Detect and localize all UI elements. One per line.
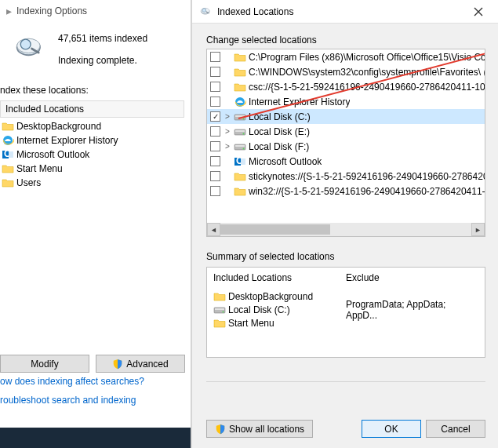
tree-row[interactable]: stickynotes://{S-1-5-21-592416196-249041… bbox=[207, 169, 485, 184]
advanced-button[interactable]: Advanced bbox=[96, 355, 185, 373]
show-all-locations-button[interactable]: Show all locations bbox=[206, 420, 313, 438]
tree-row[interactable]: csc://{S-1-5-21-592416196-2490419660-278… bbox=[207, 79, 485, 94]
tree-checkbox[interactable] bbox=[210, 52, 220, 62]
summary-exclude-header: Exclude bbox=[346, 272, 478, 283]
tree-checkbox[interactable] bbox=[210, 82, 220, 92]
list-item-label: Internet Explorer History bbox=[16, 135, 118, 146]
folder-icon bbox=[213, 317, 226, 330]
included-location-item[interactable]: Microsoft Outlook bbox=[0, 148, 184, 162]
window-title: Indexing Options bbox=[16, 5, 87, 16]
scroll-right-button[interactable]: ► bbox=[471, 223, 485, 236]
list-item-label: Start Menu bbox=[16, 163, 63, 174]
folder-icon bbox=[213, 290, 226, 303]
shield-icon bbox=[112, 359, 123, 370]
list-item-label: DesktopBackground bbox=[16, 121, 101, 132]
titlebar-a: ▸ Indexing Options bbox=[0, 0, 191, 22]
drive-icon bbox=[213, 304, 226, 316]
ok-button[interactable]: OK bbox=[362, 420, 421, 438]
tree-expander[interactable]: > bbox=[222, 127, 233, 136]
included-location-item[interactable]: Start Menu bbox=[0, 162, 184, 176]
indexing-options-window: ▸ Indexing Options 47,651 items indexed … bbox=[0, 0, 191, 448]
tree-item-label: Local Disk (E:) bbox=[249, 126, 310, 137]
tree-row[interactable]: C:\WINDOWS\system32\config\systemprofile… bbox=[207, 64, 485, 79]
folder-icon bbox=[2, 177, 14, 189]
outlook-icon bbox=[234, 155, 246, 168]
list-item-label: Microsoft Outlook bbox=[16, 149, 89, 160]
tree-checkbox[interactable] bbox=[210, 126, 220, 137]
close-button[interactable] bbox=[462, 1, 495, 23]
items-indexed-text: 47,651 items indexed bbox=[58, 33, 147, 44]
summary-included-header: Included Locations bbox=[213, 272, 346, 283]
tree-row[interactable]: >Local Disk (C:) bbox=[207, 109, 485, 124]
cancel-button[interactable]: Cancel bbox=[426, 420, 485, 438]
tree-item-label: Local Disk (F:) bbox=[249, 141, 309, 152]
index-glass-icon bbox=[200, 5, 213, 18]
tree-item-label: csc://{S-1-5-21-592416196-2490419660-278… bbox=[249, 82, 485, 93]
ie-icon bbox=[2, 134, 14, 147]
summary-label: Summary of selected locations bbox=[206, 251, 485, 262]
indexed-locations-dialog: Indexed Locations Change selected locati… bbox=[191, 0, 498, 448]
tree-item-label: C:\WINDOWS\system32\config\systemprofile… bbox=[249, 67, 485, 78]
tree-checkbox[interactable] bbox=[210, 186, 220, 196]
summary-box: Included Locations DesktopBackgroundLoca… bbox=[206, 267, 485, 358]
summary-included-item: Start Menu bbox=[213, 316, 346, 330]
tree-item-label: Local Disk (C:) bbox=[249, 111, 311, 122]
drive-icon bbox=[234, 126, 246, 138]
ie-icon bbox=[234, 96, 246, 108]
tree-row[interactable]: Microsoft Outlook bbox=[207, 154, 485, 169]
tree-row[interactable]: C:\Program Files (x86)\Microsoft Office\… bbox=[207, 49, 485, 64]
tree-checkbox[interactable] bbox=[210, 97, 220, 107]
tree-checkbox[interactable] bbox=[210, 171, 220, 181]
tree-expander[interactable]: > bbox=[222, 142, 233, 151]
horizontal-scrollbar[interactable]: ◄ ► bbox=[207, 223, 485, 236]
scroll-left-button[interactable]: ◄ bbox=[207, 223, 220, 236]
tree-checkbox[interactable] bbox=[210, 67, 220, 77]
tree-row[interactable]: >Local Disk (F:) bbox=[207, 139, 485, 154]
tree-item-label: win32://{S-1-5-21-592416196-2490419660-2… bbox=[249, 186, 485, 197]
folder-icon bbox=[234, 51, 246, 64]
folder-icon bbox=[2, 120, 14, 133]
folder-icon bbox=[2, 162, 14, 175]
tree-row[interactable]: >Local Disk (E:) bbox=[207, 124, 485, 139]
index-glass-icon bbox=[13, 30, 50, 67]
summary-included-item: DesktopBackground bbox=[213, 290, 346, 303]
index-locations-label: ndex these locations: bbox=[0, 85, 184, 96]
folder-icon bbox=[234, 170, 246, 183]
included-location-item[interactable]: Internet Explorer History bbox=[0, 133, 184, 148]
troubleshoot-link[interactable]: roubleshoot search and indexing bbox=[0, 395, 144, 406]
change-locations-label: Change selected locations bbox=[206, 35, 485, 46]
tree-expander[interactable]: > bbox=[222, 112, 233, 121]
tree-checkbox[interactable] bbox=[210, 156, 220, 166]
tree-item-label: C:\Program Files (x86)\Microsoft Office\… bbox=[249, 52, 485, 63]
scroll-thumb[interactable] bbox=[220, 224, 330, 235]
included-location-item[interactable]: DesktopBackground bbox=[0, 119, 184, 133]
tree-item-label: Microsoft Outlook bbox=[249, 156, 322, 167]
tree-checkbox[interactable] bbox=[210, 141, 220, 151]
included-column-header[interactable]: Included Locations bbox=[0, 100, 184, 118]
dialog-title: Indexed Locations bbox=[217, 6, 462, 17]
outlook-icon bbox=[2, 148, 14, 161]
summary-included-item: Local Disk (C:) bbox=[213, 303, 346, 316]
summary-exclude-text: ProgramData; AppData; AppD... bbox=[346, 303, 478, 316]
drive-icon bbox=[234, 111, 246, 123]
locations-tree[interactable]: C:\Program Files (x86)\Microsoft Office\… bbox=[206, 49, 485, 237]
folder-icon bbox=[234, 185, 246, 198]
tree-row[interactable]: win32://{S-1-5-21-592416196-2490419660-2… bbox=[207, 184, 485, 199]
tree-row[interactable]: Internet Explorer History bbox=[207, 94, 485, 109]
folder-icon bbox=[234, 81, 246, 93]
folder-icon bbox=[234, 66, 246, 78]
indexing-searches-link[interactable]: ow does indexing affect searches? bbox=[0, 376, 144, 387]
included-location-item[interactable]: Users bbox=[0, 176, 184, 190]
tree-checkbox[interactable] bbox=[210, 111, 220, 122]
drive-icon bbox=[234, 140, 246, 153]
list-item-label: Users bbox=[16, 177, 41, 188]
back-icon: ▸ bbox=[6, 5, 12, 17]
tree-item-label: stickynotes://{S-1-5-21-592416196-249041… bbox=[249, 171, 485, 182]
tree-item-label: Internet Explorer History bbox=[249, 97, 350, 107]
indexing-status-text: Indexing complete. bbox=[58, 55, 147, 66]
footer-band bbox=[0, 428, 191, 448]
modify-button[interactable]: Modify bbox=[0, 355, 89, 373]
shield-icon bbox=[215, 424, 226, 435]
